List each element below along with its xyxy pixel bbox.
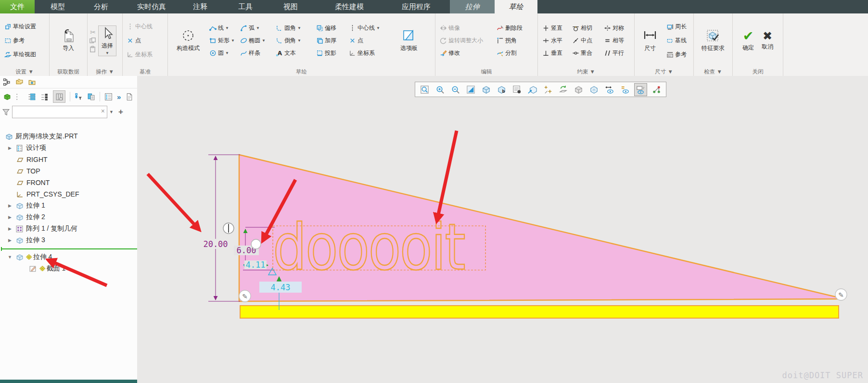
perimeter-button[interactable]: 周长 xyxy=(665,21,688,33)
sketch-view-button[interactable]: 草绘视图 xyxy=(3,49,37,61)
circle-button[interactable]: 圆▼ xyxy=(208,47,239,60)
tree-item-extrude2[interactable]: ▶ 拉伸 2 xyxy=(0,211,137,223)
svg-text:4.11[interactable]: 4.11 xyxy=(246,260,266,270)
repaint-button[interactable] xyxy=(465,84,477,96)
tree-filter-icon[interactable] xyxy=(75,93,83,101)
constraint-equal-button[interactable]: 相等 xyxy=(603,35,632,47)
3d-mode-button[interactable] xyxy=(573,84,585,96)
cut-icon[interactable]: ✂ xyxy=(89,29,97,36)
edit-vertex-handle-left[interactable]: ✎ xyxy=(239,290,251,302)
tree-copy-icon[interactable] xyxy=(87,93,95,101)
chevron-down-icon[interactable]: ▼ xyxy=(297,26,301,30)
tree-item-pattern[interactable]: ▶ 阵列 1 / 复制几何 xyxy=(0,223,137,235)
tree-insert-locator[interactable] xyxy=(1,248,137,249)
datum-csys-button[interactable]: 坐标系 xyxy=(126,49,153,61)
clear-search-icon[interactable]: × xyxy=(101,107,105,115)
chevron-down-icon[interactable]: ▼ xyxy=(297,38,301,43)
ok-button[interactable]: ✔ 确定 xyxy=(741,29,755,52)
modify-button[interactable]: 修改 xyxy=(439,47,496,60)
feature-requirements-button[interactable]: 特征要求 xyxy=(700,28,726,53)
paste-icon[interactable] xyxy=(89,46,96,53)
chevron-down-icon[interactable]: ▼ xyxy=(376,26,380,30)
search-dropdown-icon[interactable]: ▼ xyxy=(109,110,114,114)
text-button[interactable]: A文本 xyxy=(275,47,315,60)
chevron-down-icon[interactable]: ▼ xyxy=(225,26,229,30)
rotate-resize-button[interactable]: 旋转调整大小 xyxy=(439,35,496,47)
view-manager-button[interactable] xyxy=(511,84,523,96)
wireframe-cube-button[interactable] xyxy=(588,84,600,96)
rectangle-button[interactable]: 矩形▼ xyxy=(208,35,239,47)
project-button[interactable]: 投影 xyxy=(315,47,348,60)
expander-icon[interactable]: ▼ xyxy=(7,255,13,259)
tab-analysis[interactable]: 分析 xyxy=(81,0,121,13)
constraint-horizontal-button[interactable]: 水平 xyxy=(541,35,571,47)
palette-button[interactable]: 选项板 xyxy=(394,28,424,53)
mirror-button[interactable]: 镜像 xyxy=(439,22,496,35)
zoom-in-button[interactable] xyxy=(434,84,446,96)
group-label-get-data[interactable]: 获取数据 xyxy=(50,68,87,76)
cancel-button[interactable]: ✖ 取消 xyxy=(760,30,775,51)
datum-display-button[interactable] xyxy=(542,84,554,96)
tab-annotate[interactable]: 注释 xyxy=(182,0,218,13)
references-button[interactable]: 参考 xyxy=(3,35,37,47)
group-label-editing[interactable]: 编辑 xyxy=(435,68,537,76)
sketch-setup-button[interactable]: 草绘设置 xyxy=(3,21,37,33)
spin-center-button[interactable] xyxy=(651,84,663,96)
construction-mode-button[interactable]: 构造模式 xyxy=(169,28,207,53)
divide-button[interactable]: 分割 xyxy=(496,47,533,60)
group-label-inspect[interactable]: 检查 ▼ xyxy=(694,68,732,76)
thicken-button[interactable]: 加厚 xyxy=(315,35,348,47)
group-label-dimension[interactable]: 尺寸 ▼ xyxy=(635,68,693,76)
tab-sketch-active[interactable]: 草绘 xyxy=(495,0,537,13)
chevron-down-icon[interactable]: ▼ xyxy=(256,26,260,30)
sketch-base-strip[interactable] xyxy=(240,306,839,318)
constraint-parallel-button[interactable]: 平行 xyxy=(603,47,632,60)
expander-icon[interactable]: ▶ xyxy=(7,203,13,208)
saved-orientations-button[interactable]: b xyxy=(496,84,508,96)
folder-stack-icon[interactable] xyxy=(15,78,24,86)
model-icon[interactable] xyxy=(3,93,11,101)
constraint-perpendicular-button[interactable]: 垂直 xyxy=(541,47,571,60)
expander-icon[interactable]: ▶ xyxy=(7,226,13,231)
tree-list-icon[interactable] xyxy=(28,93,36,101)
add-filter-button[interactable]: + xyxy=(118,107,123,117)
baseline-button[interactable]: 基线 xyxy=(665,35,688,47)
chevron-down-icon[interactable]: ▼ xyxy=(225,51,229,55)
group-label-datum[interactable]: 基准 xyxy=(123,68,167,76)
sketch-text[interactable]: dooooit xyxy=(273,210,464,284)
delete-segment-button[interactable]: 删除段 xyxy=(496,22,533,35)
tab-tools[interactable]: 工具 xyxy=(218,0,272,13)
sketch-canvas[interactable]: 20.00 6.00 4.11 4.43 dooooit xyxy=(137,76,868,383)
graphics-area[interactable]: b 20.00 xyxy=(137,76,868,383)
constraint-coincident-button[interactable]: 重合 xyxy=(571,47,603,60)
text-drag-handle[interactable] xyxy=(251,239,261,249)
group-label-operations[interactable]: 操作 ▼ xyxy=(88,68,122,76)
tab-extrude[interactable]: 拉伸 xyxy=(450,0,495,13)
tab-live-sim[interactable]: 实时仿真 xyxy=(121,0,182,13)
centerline-button[interactable]: 中心线▼ xyxy=(348,22,392,35)
tab-applications[interactable]: 应用程序 xyxy=(390,0,443,13)
tree-search-input[interactable] xyxy=(13,106,98,117)
group-label-sketching[interactable]: 草绘 xyxy=(168,68,435,76)
dimension-20[interactable]: 20.00 xyxy=(201,155,240,301)
csys-button[interactable]: 坐标系 xyxy=(348,47,392,60)
dimension-button[interactable]: 尺寸 xyxy=(636,28,664,53)
tree-detail-icon[interactable] xyxy=(40,93,49,101)
tree-item-design-items[interactable]: ▶ 设计项 xyxy=(0,142,137,154)
tree-item-csys[interactable]: PRT_CSYS_DEF xyxy=(0,188,137,200)
dimension-display-button[interactable] xyxy=(603,84,615,96)
group-label-close[interactable]: 关闭 xyxy=(733,68,783,76)
tab-file[interactable]: 文件 xyxy=(0,0,35,13)
more-tools-chevron[interactable]: » xyxy=(117,93,121,101)
filter-funnel-icon[interactable] xyxy=(2,108,10,116)
corner-button[interactable]: 拐角 xyxy=(496,35,533,47)
tab-flexible-modeling[interactable]: 柔性建模 xyxy=(309,0,390,13)
folder-star-icon[interactable] xyxy=(28,78,36,86)
chevron-down-icon[interactable]: ▼ xyxy=(262,38,266,43)
tree-item-section1[interactable]: ※ 截面 1 xyxy=(0,263,137,274)
constraint-display-button[interactable] xyxy=(619,84,631,96)
text-rotate-handle[interactable] xyxy=(223,223,234,234)
tree-root-item[interactable]: 厨房海绵块支架.PRT xyxy=(0,131,137,142)
sketch-reorient-button[interactable] xyxy=(557,84,569,96)
tree-item-extrude3[interactable]: ▶ 拉伸 3 xyxy=(0,235,137,246)
